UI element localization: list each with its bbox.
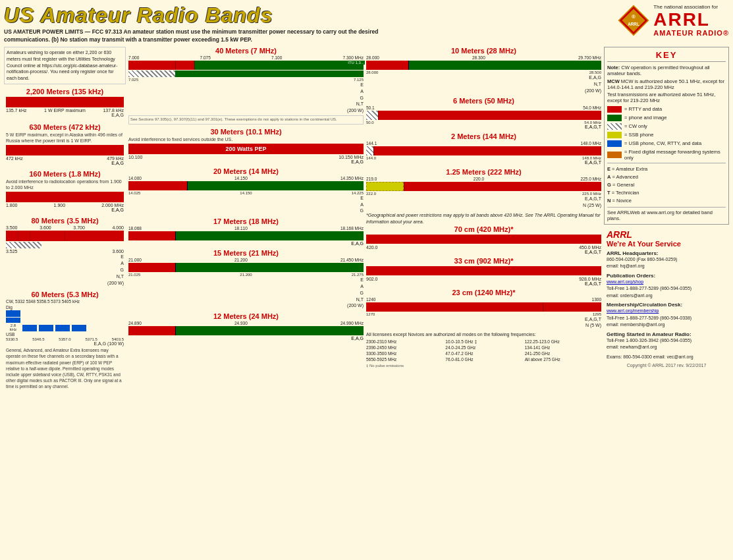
freq-table: All licensees except Novices are authori… <box>366 331 601 369</box>
arrl-newham-tollfree: Toll-Free 1-800-326-3942 (860-594-0355) <box>607 337 726 345</box>
key-arrlweb: See ARRLWeb at www.arrl.org for detailed… <box>607 210 726 221</box>
band-30-classes: E,A,G <box>128 159 364 164</box>
band-60: 60 Meters (5.3 MHz) CW, 5332 5348 5358.5… <box>4 289 126 391</box>
arrl-pub-website[interactable]: www.arrl.org/shop <box>607 279 643 284</box>
band-2200-title: 2,200 Meters (135 kHz) <box>6 88 124 96</box>
band-2200-note-text: Amateurs wishing to operate on either 2,… <box>7 50 117 80</box>
band-2-title: 2 Meters (144 MHz) <box>366 132 601 140</box>
freq-col-1: 2300-2310 MHz 2390-2450 MHz 3300-3500 MH… <box>366 339 443 362</box>
subtitle: US AMATEUR POWER LIMITS — FCC 97.313 An … <box>4 28 399 44</box>
title-section: US Amateur Radio Bands US AMATEUR POWER … <box>4 4 618 44</box>
header: US Amateur Radio Bands US AMATEUR POWER … <box>4 4 729 44</box>
key-item-rtty: = RTTY and data <box>607 106 726 113</box>
band-2200-freq-low: 135.7 kHz <box>6 108 27 113</box>
svg-marker-1 <box>622 9 645 32</box>
svg-text:ARRL: ARRL <box>628 22 639 26</box>
freq-table-cols: 2300-2310 MHz 2390-2450 MHz 3300-3500 MH… <box>366 339 601 362</box>
arrl-logo: ® ARRL The national association for ARRL… <box>618 4 729 37</box>
arrl-newham-title: Getting Started in Amateur Radio: <box>607 331 726 337</box>
arrl-pub-tollfree: Toll-Free 1-888-277-5289 (860-594-0355) <box>607 285 726 293</box>
band-160-note: Avoid interference to radiolocation oper… <box>6 179 124 190</box>
band-2200-power: 1 W EIRP maximum <box>44 108 86 113</box>
band-20: 20 Meters (14 MHz) 14.00014.15014.350 MH… <box>128 167 364 214</box>
band-30-title: 30 Meters (10.1 MHz) <box>128 128 364 136</box>
arrl-pub: Publication Orders: www.arrl.org/shop To… <box>607 273 726 300</box>
band-70cm: 70 cm (420 MHz)* 420.0450.0 MHz E,A,G,T <box>366 225 601 254</box>
arrl-hq: ARRL Headquarters: 860-594-0200 (Fax 860… <box>607 250 726 270</box>
key-swatch-cw <box>607 123 622 130</box>
right-column: KEY Note: CW operation is permitted thro… <box>604 47 729 556</box>
arrl-service: ARRL We're At Your Service ARRL Headquar… <box>604 227 729 371</box>
arrl-pub-title: Publication Orders: <box>607 273 726 279</box>
arrl-hq-phone: 860-594-0200 (Fax 860-594-0259) <box>607 256 726 264</box>
band-columns: 40 Meters (7 MHz) 7.0007.0757.1007.300 M… <box>128 47 601 556</box>
arrl-text-block: The national association for ARRL AMATEU… <box>653 4 729 37</box>
band-15: 15 Meters (21 MHz) 21.00021.20021.450 MH… <box>128 249 364 309</box>
key-item-digital: = Fixed digital message forwarding syste… <box>607 149 726 161</box>
band-160-freq-high: 2.000 MHz <box>101 203 124 208</box>
band-6-classes: E,A,G,T <box>366 125 601 129</box>
main-container: US Amateur Radio Bands US AMATEUR POWER … <box>0 0 733 560</box>
arrl-membership-title: Membership/Circulation Desk: <box>607 302 726 308</box>
svg-text:®: ® <box>632 14 636 20</box>
band-2200-freq-high: 137.8 kHz <box>103 108 124 113</box>
band-160: 160 Meters (1.8 MHz) Avoid interference … <box>4 169 126 213</box>
content-area: Amateurs wishing to operate on either 2,… <box>4 47 729 556</box>
band-30-note: Avoid interference to fixed services out… <box>128 136 364 142</box>
key-swatch-usb <box>607 140 622 147</box>
band-630-classes: E,A,G <box>6 161 124 165</box>
arrl-hq-title: ARRL Headquarters: <box>607 250 726 256</box>
key-item-cw: = CW only <box>607 123 726 130</box>
arrl-newham-email: email: newham@arrl.org <box>607 344 726 351</box>
mid-column: 40 Meters (7 MHz) 7.0007.0757.1007.300 M… <box>128 47 601 556</box>
band-40-title: 40 Meters (7 MHz) <box>128 47 364 55</box>
band-630-freq-high: 479 kHz <box>107 156 124 161</box>
arrl-name: ARRL <box>653 11 729 29</box>
band-23cm-title: 23 cm (1240 MHz)* <box>366 289 601 296</box>
band-630-note: 5 W EIRP maximum, except in Alaska withi… <box>6 132 124 144</box>
key-section: KEY Note: CW operation is permitted thro… <box>604 47 729 225</box>
band-23cm: 23 cm (1240 MHz)* 12401300 12701295 E <box>366 289 601 329</box>
key-item-phone: = phone and image <box>607 115 726 121</box>
band-630-freq-low: 472 kHz <box>6 156 23 161</box>
key-item-ssb: = SSB phone <box>607 132 726 138</box>
band-12-title: 12 Meters (24 MHz) <box>128 312 364 320</box>
band-12: 12 Meters (24 MHz) 24.89024.93024.990 MH… <box>128 312 364 341</box>
arrl-diamond-icon: ® ARRL <box>618 5 649 36</box>
arrl-membership-website[interactable]: www.arrl.org/membership <box>607 308 659 313</box>
band-15-title: 15 Meters (21 MHz) <box>128 249 364 257</box>
freq-col-2: 10.0-10.5 GHz ‡ 24.0-24.25 GHz 47.0-47.2… <box>445 339 522 362</box>
copyright: Copyright © ARRL 2017 rev. 9/22/2017 <box>607 363 726 368</box>
band-30-power: 200 Watts PEP <box>225 146 266 152</box>
key-swatch-phone <box>607 115 622 121</box>
band-10: 10 Meters (28 MHz) 28.00028.30029.700 MH… <box>366 47 601 94</box>
band-2200-classes: E,A,G <box>6 113 124 117</box>
band-630-title: 630 Meters (472 kHz) <box>6 123 124 131</box>
arrl-membership-tollfree: Toll-Free 1-888-277-5289 (860-594-0338) <box>607 315 726 322</box>
main-title: US Amateur Radio Bands <box>4 4 618 27</box>
band-60-classes: E,A,G (100 W) <box>6 341 124 346</box>
band-160-freq-mid: 1.900 <box>54 203 66 208</box>
band-33cm-classes: E,A,G,T <box>366 281 601 286</box>
band-160-freq-low: 1.800 <box>6 203 18 208</box>
band-2200: 2,200 Meters (135 kHz) 135.7 kHz 1 W EIR… <box>4 86 126 120</box>
band-17-title: 17 Meters (18 MHz) <box>128 217 364 225</box>
key-legend: E = Amateur Extra A = Advanced G = Gener… <box>607 165 726 205</box>
band-80: 80 Meters (3.5 MHz) 3.5003.6003.7004.000… <box>4 215 126 287</box>
key-swatch-ssb <box>607 132 622 138</box>
band-30: 30 Meters (10.1 MHz) Avoid interference … <box>128 128 364 164</box>
band-30-freq-high: 10.150 MHz <box>339 155 364 159</box>
key-swatch-rtty <box>607 106 622 113</box>
band-160-classes: E,A,G <box>6 208 124 212</box>
band-160-title: 160 Meters (1.8 MHz) <box>6 170 124 178</box>
arrl-hq-email: email: hq@arrl.org <box>607 263 726 270</box>
key-note-test: Test transmissions are authorized above … <box>607 92 726 103</box>
band-17: 17 Meters (18 MHz) 18.06818.11018.168 MH… <box>128 217 364 246</box>
band-70cm-title: 70 cm (420 MHz)* <box>366 225 601 233</box>
band-33cm-title: 33 cm (902 MHz)* <box>366 257 601 265</box>
key-note-title: Note: <box>607 65 620 70</box>
arrl-service-title: ARRL <box>607 229 726 240</box>
band-12-classes: E,A,G <box>128 336 364 341</box>
band-40: 40 Meters (7 MHz) 7.0007.0757.1007.300 M… <box>128 47 364 125</box>
arrl-pub-email: email: orders@arrl.org <box>607 293 726 300</box>
